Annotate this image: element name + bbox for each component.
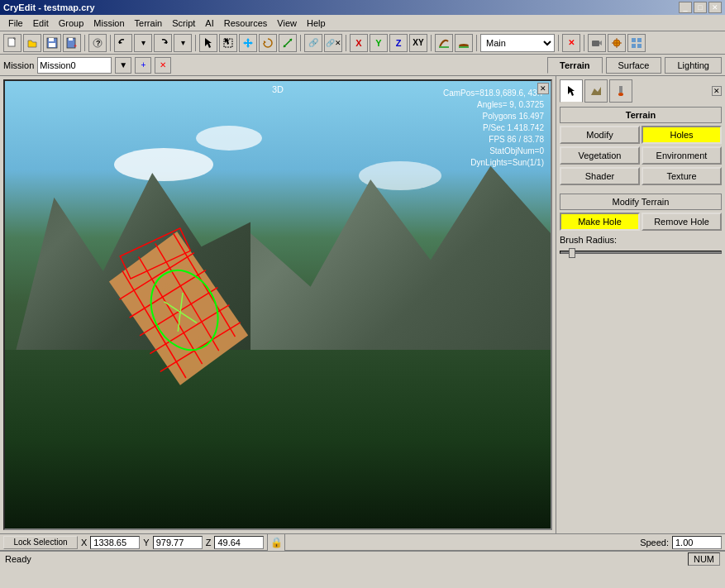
slider-thumb[interactable] — [569, 248, 575, 258]
mission-add-btn[interactable]: + — [135, 57, 151, 74]
sep5 — [346, 35, 346, 51]
minimize-button[interactable]: _ — [679, 2, 692, 13]
vegetation-button[interactable]: Vegetation — [560, 146, 640, 165]
menu-resources[interactable]: Resources — [219, 17, 273, 30]
mission-dropdown-btn[interactable]: ▼ — [115, 57, 131, 74]
viewport-container[interactable]: ✕ 3D CamPos=818.9,689.6, 43.7 Angles= 9,… — [3, 79, 552, 530]
make-hole-button[interactable]: Make Hole — [560, 213, 640, 231]
brush-radius-slider[interactable] — [560, 251, 722, 254]
tab-terrain[interactable]: Terrain — [547, 57, 602, 74]
modify-button[interactable]: Modify — [560, 126, 640, 144]
right-panel: ✕ Terrain Modify Holes Vegetation Enviro… — [556, 76, 725, 533]
right-panel-close-button[interactable]: ✕ — [712, 86, 722, 96]
mission-label: Mission — [3, 60, 34, 70]
shader-button[interactable]: Shader — [560, 167, 640, 185]
y-value[interactable]: 979.77 — [153, 536, 203, 549]
redo-multi-button[interactable]: ▾ — [174, 34, 192, 52]
panel-tab-paint[interactable] — [609, 79, 632, 103]
sep6 — [431, 35, 432, 51]
y-label: Y — [143, 538, 149, 547]
svg-marker-10 — [119, 41, 122, 44]
view-type-button[interactable] — [627, 34, 646, 52]
snap-button[interactable] — [608, 34, 626, 52]
z-value[interactable]: 49.64 — [214, 536, 264, 549]
sep7 — [476, 35, 477, 51]
maximize-button[interactable]: □ — [694, 2, 707, 13]
x-label: X — [81, 538, 87, 547]
main-content: ✕ 3D CamPos=818.9,689.6, 43.7 Angles= 9,… — [0, 76, 725, 533]
tab-surface[interactable]: Surface — [606, 57, 662, 74]
select-button[interactable] — [199, 34, 217, 52]
holes-button[interactable]: Holes — [642, 126, 722, 144]
help-button[interactable]: ? — [88, 34, 107, 52]
terrain-smooth-button[interactable] — [455, 34, 473, 52]
select-region-button[interactable] — [219, 34, 237, 52]
svg-rect-4 — [49, 43, 55, 47]
section-divider — [560, 188, 722, 191]
new-button[interactable] — [3, 34, 21, 52]
xy-axis-button[interactable]: XY — [409, 34, 427, 52]
redo-button[interactable] — [154, 34, 172, 52]
tab-lighting[interactable]: Lighting — [665, 57, 722, 74]
stat-dynlights: DynLights=Sun(1/1) — [443, 157, 544, 169]
menu-edit[interactable]: Edit — [28, 17, 54, 30]
viewport-stats: CamPos=818.9,689.6, 43.7 Angles= 9, 0.37… — [443, 88, 544, 169]
remove-hole-button[interactable]: Remove Hole — [642, 213, 722, 231]
svg-marker-46 — [568, 86, 575, 96]
menu-view[interactable]: View — [272, 17, 302, 30]
move-button[interactable] — [239, 34, 257, 52]
num-indicator: NUM — [688, 552, 720, 566]
svg-rect-31 — [637, 44, 642, 48]
title-text: CryEdit - testmap.cry — [3, 2, 95, 12]
modify-terrain-title: Modify Terrain — [560, 194, 722, 210]
speed-value[interactable]: 1.00 — [672, 536, 722, 549]
terrain-ground — [5, 350, 551, 528]
x-axis-button[interactable]: X — [350, 34, 368, 52]
stat-campos: CamPos=818.9,689.6, 43.7 — [443, 88, 544, 99]
menu-group[interactable]: Group — [54, 17, 89, 30]
saveas-button[interactable]: + — [63, 34, 81, 52]
panel-tab-cursor[interactable] — [560, 79, 583, 103]
menu-ai[interactable]: AI — [200, 17, 218, 30]
menu-help[interactable]: Help — [302, 17, 331, 30]
panel-tab-terrain[interactable] — [584, 79, 608, 103]
rotate-button[interactable] — [259, 34, 277, 52]
scale-button[interactable] — [279, 34, 297, 52]
sep3 — [195, 35, 196, 51]
terrain-paint-button[interactable] — [435, 34, 453, 52]
save-button[interactable] — [43, 34, 61, 52]
main-dropdown[interactable]: Main — [480, 34, 555, 52]
mission-input[interactable] — [37, 57, 112, 74]
stat-polygons: Polygons 16.497 — [443, 111, 544, 122]
undo-button[interactable] — [114, 34, 132, 52]
svg-rect-28 — [632, 38, 636, 42]
menu-terrain[interactable]: Terrain — [130, 17, 168, 30]
y-axis-button[interactable]: Y — [370, 34, 388, 52]
menu-file[interactable]: File — [3, 17, 28, 30]
unlink-button[interactable]: 🔗✕ — [324, 34, 342, 52]
link-button[interactable]: 🔗 — [304, 34, 322, 52]
camera-button[interactable] — [588, 34, 606, 52]
delete-button[interactable]: ✕ — [562, 34, 580, 52]
menu-mission[interactable]: Mission — [88, 17, 129, 30]
stat-angles: Angles= 9, 0.3725 — [443, 99, 544, 111]
vegetation-environment-row: Vegetation Environment — [560, 146, 722, 165]
environment-button[interactable]: Environment — [642, 146, 722, 165]
stat-statobjnum: StatObjNum=0 — [443, 146, 544, 157]
shader-texture-row: Shader Texture — [560, 167, 722, 185]
secondary-toolbar: Mission ▼ + ✕ Terrain Surface Lighting — [0, 55, 725, 76]
svg-rect-23 — [592, 41, 599, 46]
viewport-close-button[interactable]: ✕ — [537, 83, 549, 94]
close-button[interactable]: ✕ — [708, 2, 722, 13]
speed-label: Speed: — [640, 538, 669, 547]
menu-script[interactable]: Script — [167, 17, 200, 30]
texture-button[interactable]: Texture — [642, 167, 722, 185]
mission-remove-btn[interactable]: ✕ — [155, 57, 171, 74]
undo-multi-button[interactable]: ▾ — [134, 34, 152, 52]
lock-selection-button[interactable]: Lock Selection — [3, 536, 78, 549]
x-value[interactable]: 1338.65 — [90, 536, 140, 549]
open-button[interactable] — [23, 34, 41, 52]
bottom-status-bar: Ready NUM — [0, 550, 725, 566]
z-axis-button[interactable]: Z — [389, 34, 408, 52]
lock-icon-button[interactable]: 🔒 — [267, 533, 285, 552]
